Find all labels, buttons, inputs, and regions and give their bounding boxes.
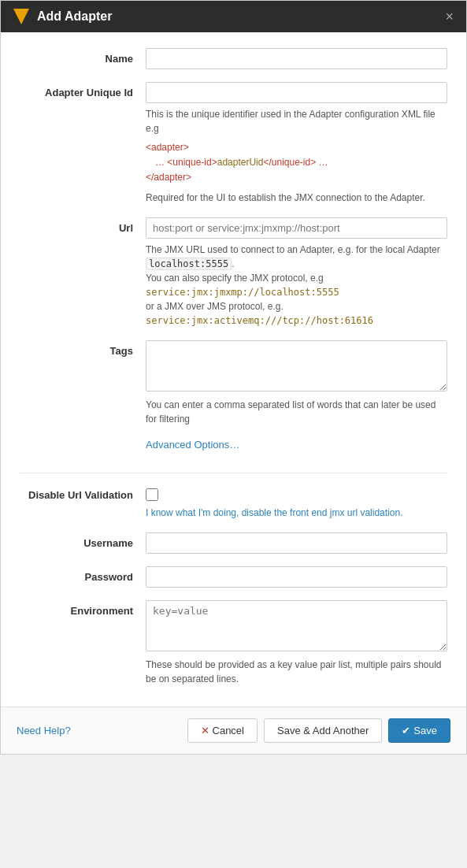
url-field: The JMX URL used to connect to an Adapte… bbox=[146, 217, 447, 328]
disable-url-label: Disable Url Validation bbox=[20, 486, 146, 520]
tags-help: You can enter a comma separated list of … bbox=[146, 398, 447, 426]
advanced-options-toggle[interactable]: Advanced Options… bbox=[146, 439, 239, 451]
code-tag-3: </unique-id> … bbox=[263, 157, 328, 168]
adapter-uid-input[interactable] bbox=[146, 82, 447, 103]
url-row: Url The JMX URL used to connect to an Ad… bbox=[20, 217, 447, 328]
name-label: Name bbox=[20, 48, 146, 69]
need-help-link[interactable]: Need Help? bbox=[17, 725, 71, 736]
password-row: Password bbox=[20, 566, 447, 588]
dialog-title: Add Adapter bbox=[37, 9, 112, 24]
password-input[interactable] bbox=[146, 566, 447, 588]
username-label: Username bbox=[20, 532, 146, 554]
url-input[interactable] bbox=[146, 217, 447, 239]
save-button[interactable]: ✔Save bbox=[388, 718, 450, 743]
url-label: Url bbox=[20, 217, 146, 328]
advanced-toggle-row: Advanced Options… bbox=[20, 439, 447, 463]
url-help: The JMX URL used to connect to an Adapte… bbox=[146, 243, 447, 328]
environment-field: These should be provided as a key value … bbox=[146, 600, 447, 686]
cancel-button[interactable]: ✕Cancel bbox=[187, 718, 258, 743]
cancel-x-icon: ✕ bbox=[201, 725, 209, 736]
url-localhost: localhost:5555 bbox=[146, 258, 232, 270]
dialog-footer: Need Help? ✕Cancel Save & Add Another ✔S… bbox=[1, 707, 466, 754]
checkbox-wrapper bbox=[146, 486, 447, 501]
footer-buttons: ✕Cancel Save & Add Another ✔Save bbox=[187, 718, 450, 743]
environment-help: These should be provided as a key value … bbox=[146, 658, 447, 686]
password-label: Password bbox=[20, 566, 146, 588]
disable-url-checkbox[interactable] bbox=[146, 488, 158, 501]
adapter-uid-code: <adapter> … <unique-id>adapterUid</uniqu… bbox=[146, 140, 447, 186]
username-field bbox=[146, 532, 447, 554]
save-check-icon: ✔ bbox=[402, 725, 410, 736]
adapter-uid-field: This is the unique identifier used in th… bbox=[146, 82, 447, 205]
add-adapter-dialog: Add Adapter × Name Adapter Unique Id Thi… bbox=[0, 0, 467, 755]
advanced-section: Disable Url Validation I know what I'm d… bbox=[20, 473, 447, 686]
tags-label: Tags bbox=[20, 340, 146, 426]
name-field bbox=[146, 48, 447, 69]
disable-url-field: I know what I'm doing, disable the front… bbox=[146, 486, 447, 520]
save-add-button[interactable]: Save & Add Another bbox=[264, 718, 382, 743]
tags-row: Tags You can enter a comma separated lis… bbox=[20, 340, 447, 426]
adapter-uid-row: Adapter Unique Id This is the unique ide… bbox=[20, 82, 447, 205]
tags-field: You can enter a comma separated list of … bbox=[146, 340, 447, 426]
environment-row: Environment These should be provided as … bbox=[20, 600, 447, 686]
username-input[interactable] bbox=[146, 532, 447, 554]
password-field bbox=[146, 566, 447, 588]
logo-icon bbox=[13, 9, 29, 24]
name-row: Name bbox=[20, 48, 447, 69]
adapter-uid-help1: This is the unique identifier used in th… bbox=[146, 107, 447, 205]
dialog-header: Add Adapter × bbox=[1, 1, 466, 32]
close-button[interactable]: × bbox=[445, 9, 454, 24]
code-tag-2: … <unique-id> bbox=[155, 157, 217, 168]
disable-url-row: Disable Url Validation I know what I'm d… bbox=[20, 486, 447, 520]
tags-input[interactable] bbox=[146, 340, 447, 391]
environment-label: Environment bbox=[20, 600, 146, 686]
code-attr: adapterUid bbox=[217, 157, 264, 168]
disable-url-info: I know what I'm doing, disable the front… bbox=[146, 506, 447, 520]
url-example1: service:jmx:jmxmp://localhost:5555 bbox=[146, 287, 339, 298]
adapter-uid-label: Adapter Unique Id bbox=[20, 82, 146, 205]
username-row: Username bbox=[20, 532, 447, 554]
name-input[interactable] bbox=[146, 48, 447, 69]
code-tag-4: </adapter> bbox=[146, 172, 191, 183]
environment-input[interactable] bbox=[146, 600, 447, 651]
url-example2: service:jmx:activemq:///tcp://host:61616 bbox=[146, 315, 373, 326]
dialog-header-left: Add Adapter bbox=[13, 9, 112, 24]
code-tag-1: <adapter> bbox=[146, 142, 189, 153]
dialog-body: Name Adapter Unique Id This is the uniqu… bbox=[1, 32, 466, 707]
